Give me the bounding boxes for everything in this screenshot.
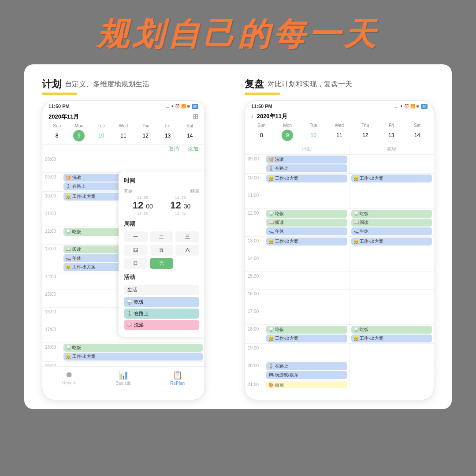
week-wed-r: Wed bbox=[327, 123, 353, 128]
date-14-r[interactable]: 14 bbox=[404, 130, 430, 141]
activity-rice[interactable]: 🍚 吃饭 bbox=[124, 297, 199, 307]
review-desc: 对比计划和实现，复盘一天 bbox=[268, 80, 352, 89]
date-9-active[interactable]: 9 bbox=[73, 130, 85, 141]
tab-record[interactable]: ⏺ Record bbox=[42, 370, 97, 386]
tab-replan[interactable]: 📋 RePlan bbox=[150, 370, 205, 386]
rr-time-1800: 18:00 bbox=[245, 325, 264, 343]
date-8[interactable]: 8 bbox=[46, 130, 68, 141]
rr-lunch-r[interactable]: 🍚 吃饭 bbox=[351, 210, 432, 218]
date-11[interactable]: 11 bbox=[112, 130, 134, 141]
rr-1300: 13:00 👷 工作-出方案 👷 工作-出方案 bbox=[245, 236, 434, 254]
date-10[interactable]: 10 bbox=[90, 130, 112, 141]
tab-replan-label: RePlan bbox=[170, 381, 185, 386]
day-tue[interactable]: 二 bbox=[150, 231, 174, 242]
rr-time-1300: 13:00 bbox=[245, 237, 264, 254]
rr-1000: 10:00 👷 工作-出方案 👷 工作-出方案 bbox=[245, 173, 434, 191]
rr-plan-1100 bbox=[264, 191, 350, 208]
date-11-r[interactable]: 11 bbox=[327, 130, 353, 141]
day-fri[interactable]: 五 bbox=[150, 245, 174, 256]
status-time-left: 11:50 PM bbox=[48, 104, 70, 109]
rr-work-r-1300[interactable]: 👷 工作-出方案 bbox=[351, 238, 432, 245]
date-9-active-r[interactable]: 9 bbox=[282, 130, 293, 141]
time-0800: 08:00 bbox=[42, 155, 62, 172]
rr-work-r-1000[interactable]: 👷 工作-出方案 bbox=[351, 175, 432, 182]
statistic-icon: 📊 bbox=[119, 370, 128, 380]
right-column: 复盘 对比计划和实现，复盘一天 11:50 PM ... ✦ ⏰ 📶 ⊕ 80 … bbox=[245, 78, 434, 400]
status-bar-right: 11:50 PM ... ✦ ⏰ 📶 ⊕ 80 bbox=[245, 101, 434, 111]
review-section-label: 复盘 对比计划和实现，复盘一天 bbox=[245, 78, 434, 91]
date-10-r[interactable]: 10 bbox=[301, 130, 327, 141]
rr-work-p-1300[interactable]: 👷 工作-出方案 bbox=[266, 238, 347, 245]
add-btn[interactable]: 添加 bbox=[188, 145, 198, 153]
schedule-row-1900: 19:00 bbox=[42, 361, 205, 366]
page-title: 规划自己的每一天 bbox=[0, 13, 476, 56]
day-mon[interactable]: 一 bbox=[124, 231, 148, 242]
time-labels: 开始 结束 bbox=[124, 188, 199, 194]
schedule-row-0800: 08:00 bbox=[42, 155, 205, 172]
time-1100: 11:00 bbox=[42, 209, 62, 227]
event-work3[interactable]: 👷 工作-出方案 bbox=[63, 353, 203, 361]
activity-section: 活动 生活 🍚 吃饭 🚶 在路上 🧼 洗澡 bbox=[124, 273, 199, 330]
date-12-r[interactable]: 12 bbox=[352, 130, 378, 141]
tab-statistic-label: Statistic bbox=[116, 381, 131, 386]
event-dinner1[interactable]: 🍚 吃饭 bbox=[63, 344, 203, 352]
rr-game-p[interactable]: 🎮 玩游戏/娱乐 bbox=[266, 371, 347, 379]
rr-plan-1400 bbox=[264, 254, 350, 271]
rr-road-p[interactable]: 🚶 在路上 bbox=[266, 164, 347, 172]
rr-dinner-r[interactable]: 🍚 吃饭 bbox=[351, 326, 432, 334]
rr-road-p-2000[interactable]: 🚶 在路上 bbox=[266, 362, 347, 370]
activity-search[interactable]: 生活 bbox=[124, 285, 199, 295]
review-col-headers: 计划 实现 bbox=[245, 144, 434, 154]
start-time-col: 11 55 12 00 19 05 bbox=[133, 195, 153, 216]
rr-review-1300: 👷 工作-出方案 bbox=[350, 237, 434, 254]
status-icons-right: ... ✦ ⏰ 📶 ⊕ 80 bbox=[395, 104, 428, 109]
week-sat-r: Sat bbox=[404, 123, 430, 128]
rr-plan-1800: 🍚 吃饭 👷 工作-出方案 bbox=[264, 325, 350, 343]
day-wed[interactable]: 三 bbox=[175, 231, 199, 242]
day-thu[interactable]: 四 bbox=[124, 245, 148, 256]
rr-nap-r[interactable]: 🛌 午休 bbox=[351, 227, 432, 235]
back-arrow[interactable]: ‹ bbox=[251, 113, 253, 120]
date-12[interactable]: 12 bbox=[134, 130, 156, 141]
activity-road[interactable]: 🚶 在路上 bbox=[124, 309, 199, 319]
week-thu: Thu bbox=[134, 123, 156, 128]
week-row-left: Sun Mon Tue Wed Thu Fri Sat bbox=[42, 123, 205, 129]
date-14[interactable]: 14 bbox=[179, 130, 201, 141]
review-col-header: 实现 bbox=[350, 144, 434, 154]
day-none[interactable]: 无 bbox=[150, 258, 174, 269]
date-13-r[interactable]: 13 bbox=[378, 130, 404, 141]
calendar-icon-left[interactable]: ⊞ bbox=[193, 112, 198, 121]
week-sat: Sat bbox=[179, 123, 201, 128]
tab-statistic[interactable]: 📊 Statistic bbox=[97, 370, 151, 386]
date-13[interactable]: 13 bbox=[156, 130, 178, 141]
rr-read-r[interactable]: 📖 阅读 bbox=[351, 219, 432, 227]
rr-work-p-1800[interactable]: 👷 工作-出方案 bbox=[266, 335, 347, 342]
rr-time-2100: 21:00 bbox=[245, 380, 264, 388]
week-buttons: 一 二 三 四 五 六 日 无 bbox=[124, 231, 199, 269]
date-8-r[interactable]: 8 bbox=[249, 130, 275, 141]
day-sun[interactable]: 日 bbox=[124, 258, 148, 269]
week-sun-r: Sun bbox=[249, 123, 275, 128]
rr-work-p-1000[interactable]: 👷 工作-出方案 bbox=[266, 175, 347, 182]
rr-1100: 11:00 bbox=[245, 191, 434, 208]
rr-read-p[interactable]: 📖 阅读 bbox=[266, 219, 347, 227]
week-tue: Tue bbox=[90, 123, 112, 128]
review-underline bbox=[245, 93, 280, 95]
rr-time-1400: 14:00 bbox=[245, 254, 264, 271]
time-1000: 10:00 bbox=[42, 192, 62, 209]
overlay-title: 时间 bbox=[124, 177, 199, 185]
calendar-title-left: 2020年11月 bbox=[48, 113, 79, 121]
left-column: 计划 自定义、多维度地规划生活 11:50 PM ... ✦ ⏰ 📶 ⊕ 80 … bbox=[42, 78, 231, 400]
rr-laundry-p[interactable]: 🧺 洗漱 bbox=[266, 156, 347, 164]
cancel-btn[interactable]: 取消 bbox=[168, 145, 179, 153]
activity-bath[interactable]: 🧼 洗澡 bbox=[124, 320, 199, 330]
rr-time-1700: 17:00 bbox=[245, 307, 264, 324]
rr-work-r-1800[interactable]: 👷 工作-出方案 bbox=[351, 335, 432, 342]
rr-paint-p[interactable]: 🎨 画画 bbox=[266, 381, 347, 388]
rr-1600: 16:00 bbox=[245, 289, 434, 307]
rr-dinner-p[interactable]: 🍚 吃饭 bbox=[266, 326, 347, 334]
rr-nap-p[interactable]: 🛌 午休 bbox=[266, 227, 347, 235]
rr-lunch-p[interactable]: 🍚 吃饭 bbox=[266, 210, 347, 218]
week-wed: Wed bbox=[112, 123, 134, 128]
day-sat[interactable]: 六 bbox=[175, 245, 199, 256]
